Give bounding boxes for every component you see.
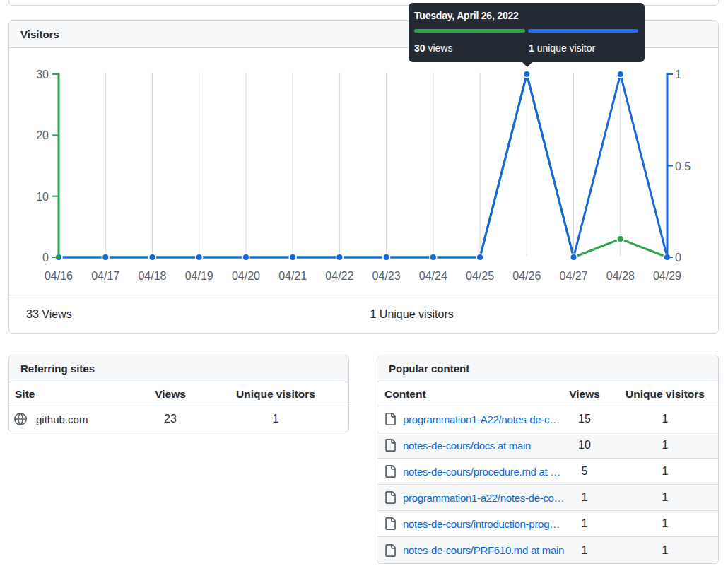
popular-content-header: Popular content: [377, 355, 718, 382]
data-point-unique-visitors[interactable]: [336, 254, 343, 261]
x-axis-label: 04/20: [232, 270, 260, 282]
x-axis-label: 04/24: [419, 270, 447, 282]
series-line-unique-visitors: [59, 74, 667, 257]
file-icon: [384, 491, 397, 504]
unique-visitors-count: 1: [612, 465, 718, 478]
file-icon: [384, 413, 397, 425]
table-row: notes-de-cours/introduction-prog…11: [377, 511, 718, 537]
referring-sites-rows: github.com231: [9, 406, 348, 432]
content-link[interactable]: notes-de-cours/introduction-prog…: [403, 518, 560, 530]
data-point-unique-visitors[interactable]: [523, 71, 530, 78]
data-point-unique-visitors[interactable]: [149, 254, 156, 261]
globe-icon: [14, 413, 27, 425]
data-point-unique-visitors[interactable]: [570, 254, 577, 261]
content-link[interactable]: programmation1-a22/notes-de-co…: [403, 492, 564, 504]
table-row: notes-de-cours/docs at main101: [377, 432, 718, 459]
data-point-unique-visitors[interactable]: [383, 254, 390, 261]
column-unique-visitors: Unique visitors: [203, 388, 348, 401]
x-axis-label: 04/16: [45, 270, 73, 282]
site-name: github.com: [36, 413, 88, 425]
content-cell: programmation1-A22/notes-de-c…: [377, 413, 557, 425]
views-count: 1: [557, 517, 612, 530]
popular-content-table-header: Content Views Unique visitors: [377, 382, 718, 406]
content-cell: programmation1-a22/notes-de-co…: [377, 491, 557, 504]
table-row: notes-de-cours/procedure.md at …51: [377, 459, 718, 485]
unique-visitors-count: 1: [612, 413, 718, 425]
tooltip-views-value: 30: [414, 42, 425, 54]
referring-sites-table-header: Site Views Unique visitors: [9, 382, 348, 406]
content-cell: notes-de-cours/docs at main: [377, 439, 557, 452]
chart-tooltip: Tuesday, April 26, 2022 30 views 1 uniqu…: [409, 3, 645, 62]
referring-sites-header: Referring sites: [9, 355, 348, 382]
data-point-unique-visitors[interactable]: [102, 254, 109, 261]
x-axis-label: 04/18: [138, 270, 166, 282]
column-views: Views: [138, 388, 203, 401]
column-content: Content: [377, 388, 557, 401]
table-row: github.com231: [9, 406, 348, 432]
data-point-unique-visitors[interactable]: [289, 254, 296, 261]
referring-sites-table: Site Views Unique visitors github.com231: [9, 382, 348, 432]
visitors-panel: Visitors 04/1604/1704/1804/1904/2004/210…: [8, 20, 719, 334]
visitors-line-chart[interactable]: 04/1604/1704/1804/1904/2004/2104/2204/23…: [9, 48, 718, 295]
x-axis-label: 04/19: [185, 270, 213, 282]
right-axis-tick-label: 0.5: [675, 160, 691, 172]
data-point-views[interactable]: [617, 235, 624, 242]
visitors-chart[interactable]: 04/1604/1704/1804/1904/2004/2104/2204/23…: [9, 48, 718, 295]
views-bar: [414, 29, 525, 33]
unique-visitors-count: 1: [612, 491, 718, 504]
data-point-unique-visitors[interactable]: [196, 254, 203, 261]
x-axis-label: 04/27: [560, 270, 588, 282]
unique-visitors-count: 1: [612, 439, 718, 452]
total-views: 33 Views: [9, 308, 364, 321]
left-axis-tick-label: 0: [42, 252, 49, 264]
popular-content-rows: programmation1-A22/notes-de-c…151notes-d…: [377, 406, 718, 563]
x-axis-label: 04/17: [91, 270, 119, 282]
unique-visitors-count: 1: [612, 517, 718, 530]
views-count: 1: [557, 544, 612, 557]
content-cell: notes-de-cours/introduction-prog…: [377, 517, 557, 530]
right-axis-tick-label: 0: [675, 252, 681, 264]
file-icon: [384, 517, 397, 530]
views-count: 15: [557, 413, 612, 425]
content-link[interactable]: programmation1-A22/notes-de-c…: [403, 413, 560, 425]
referring-sites-title: Referring sites: [20, 363, 95, 375]
unique-visitors-count: 1: [612, 544, 718, 557]
views-count: 10: [557, 439, 612, 452]
views-count: 23: [138, 413, 203, 425]
content-cell: notes-de-cours/procedure.md at …: [377, 465, 557, 478]
x-axis-label: 04/26: [512, 270, 541, 282]
tooltip-labels: 30 views 1 unique visitor: [414, 42, 638, 54]
data-point-unique-visitors[interactable]: [430, 254, 437, 261]
file-icon: [384, 439, 397, 452]
unique-visitors-count: 1: [203, 413, 348, 425]
tooltip-unique-label: 1 unique visitor: [529, 42, 595, 54]
x-axis-label: 04/25: [466, 270, 494, 282]
table-row: programmation1-a22/notes-de-co…11: [377, 485, 718, 511]
tooltip-caret: [522, 61, 533, 67]
x-axis-label: 04/22: [325, 270, 353, 282]
total-unique-visitors: 1 Unique visitors: [364, 308, 454, 321]
popular-content-panel: Popular content Content Views Unique vis…: [377, 355, 719, 564]
content-link[interactable]: notes-de-cours/docs at main: [403, 440, 531, 452]
views-count: 1: [557, 491, 612, 504]
tooltip-views-label: 30 views: [414, 42, 529, 54]
left-axis-tick-label: 30: [36, 69, 49, 81]
tooltip-date: Tuesday, April 26, 2022: [414, 8, 638, 23]
data-point-unique-visitors[interactable]: [242, 254, 249, 261]
right-axis-tick-label: 1: [675, 69, 681, 81]
data-point-unique-visitors[interactable]: [617, 71, 624, 78]
x-axis-label: 04/29: [653, 270, 681, 282]
unique-visitors-bar: [528, 29, 639, 33]
x-axis-label: 04/21: [278, 270, 307, 282]
content-link[interactable]: notes-de-cours/PRF610.md at main: [403, 544, 564, 556]
data-point-unique-visitors[interactable]: [476, 254, 483, 261]
tooltip-views-suffix: views: [425, 42, 453, 54]
site-cell: github.com: [9, 413, 138, 425]
visitors-title: Visitors: [20, 28, 59, 40]
tooltip-unique-value: 1: [529, 42, 534, 54]
left-axis-tick-label: 20: [36, 129, 49, 141]
popular-content-table: Content Views Unique visitors programmat…: [377, 382, 718, 563]
content-link[interactable]: notes-de-cours/procedure.md at …: [403, 466, 560, 478]
content-cell: notes-de-cours/PRF610.md at main: [377, 544, 557, 557]
popular-content-title: Popular content: [389, 363, 469, 375]
